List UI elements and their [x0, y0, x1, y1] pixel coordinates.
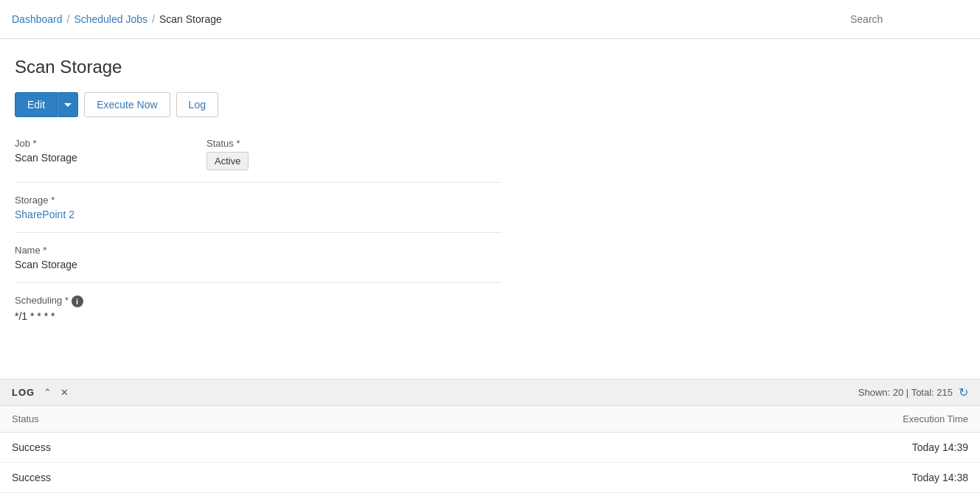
storage-field: Storage * SharePoint 2 [15, 195, 965, 232]
breadcrumb-scheduled-jobs[interactable]: Scheduled Jobs [74, 13, 147, 25]
edit-dropdown-button[interactable] [58, 92, 78, 117]
job-field: Job * Scan Storage [15, 138, 162, 182]
name-label: Name * [15, 245, 965, 256]
scheduling-label: Scheduling * i [15, 295, 965, 307]
chevron-down-icon [64, 103, 72, 107]
breadcrumb-dashboard[interactable]: Dashboard [12, 13, 63, 25]
name-value: Scan Storage [15, 259, 965, 282]
execute-now-button[interactable]: Execute Now [84, 92, 170, 117]
status-badge: Active [206, 152, 249, 170]
top-bar: Dashboard / Scheduled Jobs / Scan Storag… [0, 0, 980, 39]
storage-value[interactable]: SharePoint 2 [15, 209, 965, 232]
storage-label: Storage * [15, 195, 965, 206]
name-field: Name * Scan Storage [15, 245, 965, 282]
status-field: Status * Active [206, 138, 354, 182]
divider-1 [15, 182, 501, 183]
page-title: Scan Storage [15, 57, 965, 77]
scheduling-label-text: Scheduling * [15, 295, 69, 306]
log-button[interactable]: Log [176, 92, 218, 117]
edit-button[interactable]: Edit [15, 92, 58, 117]
breadcrumb-sep-1: / [67, 13, 70, 25]
scheduling-field: Scheduling * i */1 * * * * [15, 295, 965, 334]
info-icon[interactable]: i [72, 296, 83, 307]
status-label: Status * [206, 138, 354, 149]
breadcrumb-current: Scan Storage [159, 13, 222, 25]
job-label: Job * [15, 138, 162, 149]
main-content: Scan Storage Edit Execute Now Log Job * … [0, 39, 980, 349]
divider-3 [15, 282, 501, 283]
form-row-job-status: Job * Scan Storage Status * Active [15, 138, 965, 182]
scheduling-value: */1 * * * * [15, 310, 965, 334]
form-section: Job * Scan Storage Status * Active Stora… [15, 138, 965, 349]
toolbar: Edit Execute Now Log [15, 92, 965, 117]
divider-2 [15, 232, 501, 233]
search-input[interactable] [850, 13, 968, 25]
breadcrumb: Dashboard / Scheduled Jobs / Scan Storag… [12, 13, 222, 25]
job-value: Scan Storage [15, 152, 162, 175]
status-value: Active [206, 152, 354, 182]
breadcrumb-sep-2: / [152, 13, 155, 25]
edit-button-group: Edit [15, 92, 78, 117]
